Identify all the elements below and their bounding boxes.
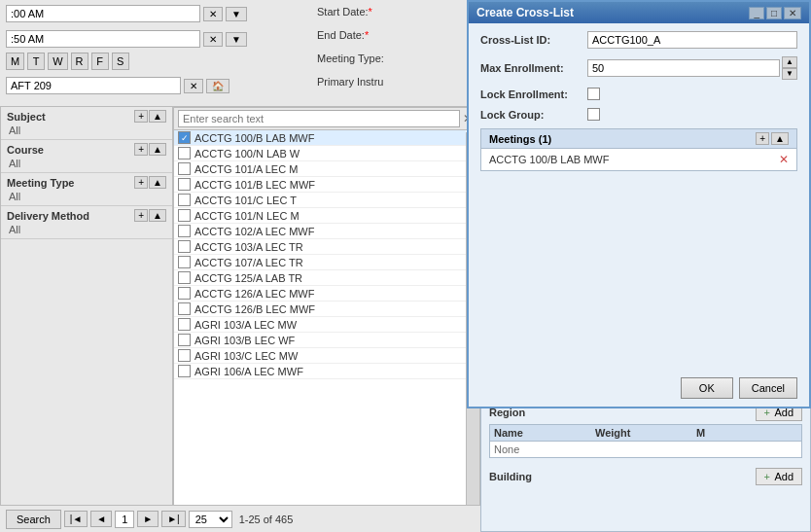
day-R-btn[interactable]: R	[71, 53, 88, 70]
meetings-up-btn[interactable]: ▲	[771, 132, 789, 145]
filter-course-value: All	[7, 158, 166, 169]
dialog-titlebar: Create Cross-List _ □ ✕	[469, 2, 809, 23]
cancel-button[interactable]: Cancel	[739, 377, 797, 399]
end-time-input[interactable]	[6, 30, 200, 48]
course-list-item[interactable]: ACCTG 107/A LEC TR	[174, 255, 466, 270]
course-checkbox[interactable]	[178, 209, 191, 222]
course-checkbox[interactable]	[178, 240, 191, 253]
course-list-item[interactable]: ACCTG 102/A LEC MWF	[174, 224, 466, 239]
meetings-header-btns: + ▲	[756, 132, 789, 145]
lock-enrollment-row: Lock Enrollment:	[480, 88, 797, 100]
course-list-item[interactable]: ACCTG 103/A LEC TR	[174, 239, 466, 255]
course-list-item[interactable]: ACCTG 101/N LEC M	[174, 208, 466, 224]
filter-course-btns: + ▲	[134, 143, 166, 156]
course-name: ACCTG 126/A LEC MWF	[194, 288, 314, 300]
dialog-minimize-btn[interactable]: _	[749, 7, 764, 19]
max-enrollment-input[interactable]	[587, 59, 780, 77]
filter-subject-btns: + ▲	[134, 110, 166, 123]
dialog-maximize-btn[interactable]: □	[766, 7, 782, 19]
course-list-item[interactable]: AGRI 103/A LEC MW	[174, 317, 466, 333]
filter-meeting-up-btn[interactable]: ▲	[149, 176, 166, 189]
course-list-item[interactable]: ACCTG 125/A LAB TR	[174, 270, 466, 286]
course-name: ACCTG 101/N LEC M	[194, 210, 300, 222]
room-input[interactable]	[6, 77, 181, 94]
prev-page-btn[interactable]: ◄	[90, 511, 112, 527]
day-T-btn[interactable]: T	[27, 53, 45, 70]
clear-time2-btn[interactable]: ✕	[203, 32, 223, 47]
course-list-item[interactable]: AGRI 103/B LEC WF	[174, 333, 466, 348]
filter-meeting-section: Meeting Type + ▲ All	[1, 173, 172, 206]
day-S-btn[interactable]: S	[112, 53, 129, 70]
course-checkbox[interactable]	[178, 194, 191, 206]
course-list-item[interactable]: ACCTG 101/C LEC T	[174, 193, 466, 208]
course-checkbox[interactable]	[178, 334, 191, 346]
course-name: ACCTG 125/A LAB TR	[194, 272, 302, 284]
arrow-time1-btn[interactable]: ▼	[226, 7, 247, 21]
top-area: ✕ ▼ ✕ ▼ M T W R F S ✕ 🏠 Start Date:*	[0, 0, 480, 107]
spinner-up-btn[interactable]: ▲	[782, 56, 797, 68]
filter-subject-up-btn[interactable]: ▲	[149, 110, 166, 123]
course-name: ACCTG 103/A LEC TR	[194, 241, 303, 253]
clear-time1-btn[interactable]: ✕	[203, 7, 223, 21]
course-checkbox[interactable]	[178, 302, 191, 315]
course-list-item[interactable]: ACCTG 101/B LEC MWF	[174, 177, 466, 193]
search-button[interactable]: Search	[6, 510, 61, 529]
arrow-time2-btn[interactable]: ▼	[226, 32, 247, 47]
spinner-down-btn[interactable]: ▼	[782, 68, 797, 80]
course-checkbox[interactable]: ✓	[178, 131, 191, 144]
meetings-add-btn[interactable]: +	[756, 132, 769, 145]
dialog-body: Cross-List ID: Max Enrollment: ▲ ▼ Lock …	[469, 23, 809, 179]
building-add-btn[interactable]: + Add	[756, 468, 802, 485]
filter-meeting-add-btn[interactable]: +	[134, 176, 148, 189]
dialog-close-btn[interactable]: ✕	[784, 7, 801, 19]
per-page-select[interactable]: 25 50 100	[189, 511, 232, 528]
course-list-item[interactable]: ✓ACCTG 100/B LAB MWF	[174, 130, 466, 146]
last-page-btn[interactable]: ►|	[161, 511, 186, 527]
next-page-btn[interactable]: ►	[137, 511, 159, 527]
course-list-item[interactable]: ACCTG 101/A LEC M	[174, 161, 466, 177]
day-F-btn[interactable]: F	[91, 53, 109, 70]
filter-course-up-btn[interactable]: ▲	[149, 143, 166, 156]
pagination-bar: Search |◄ ◄ 1 ► ►| 25 50 100 1-25 of 465	[0, 505, 480, 532]
day-W-btn[interactable]: W	[48, 53, 67, 70]
course-checkbox[interactable]	[178, 365, 191, 377]
course-checkbox[interactable]	[178, 318, 191, 331]
filter-delivery-up-btn[interactable]: ▲	[149, 209, 166, 222]
filter-course-section: Course + ▲ All	[1, 140, 172, 173]
course-list-item[interactable]: AGRI 103/C LEC MW	[174, 348, 466, 364]
course-checkbox[interactable]	[178, 162, 191, 175]
course-checkbox[interactable]	[178, 225, 191, 237]
lock-enrollment-checkbox[interactable]	[587, 88, 600, 100]
filter-delivery-header: Delivery Method + ▲	[7, 209, 166, 222]
filter-subject-add-btn[interactable]: +	[134, 110, 148, 123]
clear-room-btn[interactable]: ✕	[184, 79, 203, 93]
first-page-btn[interactable]: |◄	[64, 511, 88, 527]
region-name-header: Name	[494, 427, 595, 439]
arrow-room-btn[interactable]: 🏠	[206, 79, 229, 93]
course-list-item[interactable]: ACCTG 100/N LAB W	[174, 146, 466, 161]
course-list-item[interactable]: AGRI 106/A LEC MWF	[174, 364, 466, 379]
course-checkbox[interactable]	[178, 178, 191, 191]
day-M-btn[interactable]: M	[6, 53, 24, 70]
course-list-item[interactable]: ACCTG 126/A LEC MWF	[174, 286, 466, 301]
course-checkbox[interactable]	[178, 147, 191, 160]
course-name: AGRI 106/A LEC MWF	[194, 366, 303, 377]
lock-group-checkbox[interactable]	[587, 108, 600, 121]
filter-delivery-section: Delivery Method + ▲ All	[1, 206, 172, 239]
course-name: AGRI 103/B LEC WF	[194, 335, 295, 346]
ok-button[interactable]: OK	[681, 377, 733, 399]
cross-list-id-input[interactable]	[587, 31, 797, 49]
search-text-input[interactable]	[178, 110, 460, 127]
course-checkbox[interactable]	[178, 256, 191, 268]
course-checkbox[interactable]	[178, 349, 191, 362]
meetings-title: Meetings (1)	[489, 133, 551, 145]
course-checkbox[interactable]	[178, 271, 191, 284]
filter-course-add-btn[interactable]: +	[134, 143, 148, 156]
meetings-section: Meetings (1) + ▲ ACCTG 100/B LAB MWF ✕	[480, 128, 797, 171]
start-time-input[interactable]	[6, 5, 200, 22]
course-checkbox[interactable]	[178, 287, 191, 300]
filter-delivery-add-btn[interactable]: +	[134, 209, 148, 222]
meeting-remove-btn[interactable]: ✕	[779, 153, 789, 166]
course-list-item[interactable]: ACCTG 126/B LEC MWF	[174, 301, 466, 317]
meeting-item-text: ACCTG 100/B LAB MWF	[489, 154, 609, 165]
